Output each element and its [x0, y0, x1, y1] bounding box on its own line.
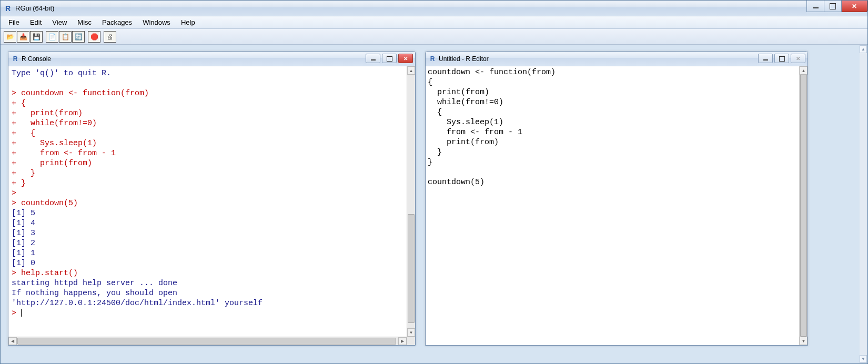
console-horizontal-scrollbar[interactable]: ◀ ▶: [8, 337, 407, 345]
console-vertical-scrollbar[interactable]: ▲ ▼: [407, 66, 415, 337]
console-output[interactable]: Type 'q()' to quit R. > countdown <- fun…: [8, 66, 407, 337]
menu-edit[interactable]: Edit: [25, 17, 46, 28]
r-editor-icon: R: [429, 55, 436, 63]
editor-vscroll-thumb[interactable]: [800, 75, 807, 337]
editor-minimize-button[interactable]: [758, 54, 773, 63]
scroll-right-icon[interactable]: ▶: [398, 337, 407, 345]
console-minimize-button[interactable]: [366, 54, 380, 63]
editor-body: countdown <- function(from) { print(from…: [426, 66, 808, 345]
scroll-down-icon[interactable]: ▼: [860, 355, 867, 363]
console-hscroll-thumb[interactable]: [17, 338, 396, 345]
main-minimize-button[interactable]: [806, 1, 824, 12]
print-icon[interactable]: 🖨: [104, 31, 116, 43]
mdi-vertical-scrollbar[interactable]: ▲ ▼: [860, 45, 867, 363]
console-body: Type 'q()' to quit R. > countdown <- fun…: [8, 66, 415, 345]
console-titlebar[interactable]: R R Console: [8, 52, 415, 66]
menu-view[interactable]: View: [47, 17, 72, 28]
console-maximize-button[interactable]: [382, 54, 397, 63]
open-icon[interactable]: 📂: [4, 31, 16, 43]
copy-paste-icon[interactable]: 🔄: [72, 31, 85, 43]
editor-close-button[interactable]: [791, 54, 805, 63]
r-app-icon: R: [4, 4, 12, 13]
scroll-up-icon[interactable]: ▲: [407, 66, 415, 75]
editor-maximize-button[interactable]: [774, 54, 789, 63]
editor-window: R Untitled - R Editor countdown <- funct…: [425, 51, 808, 346]
scroll-up-icon[interactable]: ▲: [860, 45, 867, 53]
copy-icon[interactable]: 📄: [46, 31, 58, 43]
r-console-icon: R: [12, 55, 19, 63]
menu-file[interactable]: File: [4, 17, 24, 28]
editor-titlebar[interactable]: R Untitled - R Editor: [426, 52, 808, 66]
scroll-left-icon[interactable]: ◀: [8, 337, 17, 345]
main-maximize-button[interactable]: [824, 1, 842, 12]
console-title: R Console: [22, 55, 51, 63]
main-titlebar: R RGui (64-bit): [1, 1, 867, 16]
menu-help[interactable]: Help: [176, 17, 200, 28]
load-workspace-icon[interactable]: 📥: [17, 31, 29, 43]
editor-title: Untitled - R Editor: [439, 55, 489, 63]
app-title: RGui (64-bit): [15, 4, 54, 12]
scroll-down-icon[interactable]: ▼: [407, 328, 415, 337]
stop-icon[interactable]: 🛑: [88, 31, 100, 43]
console-vscroll-thumb[interactable]: [408, 214, 415, 323]
scroll-up-icon[interactable]: ▲: [800, 66, 808, 75]
save-icon[interactable]: 💾: [30, 31, 43, 43]
console-close-button[interactable]: [398, 54, 413, 63]
console-scroll-corner: [407, 337, 415, 345]
main-close-button[interactable]: [841, 1, 867, 12]
editor-textarea[interactable]: countdown <- function(from) { print(from…: [426, 66, 799, 345]
editor-vertical-scrollbar[interactable]: ▲ ▼: [799, 66, 808, 345]
paste-icon[interactable]: 📋: [59, 31, 72, 43]
menubar: File Edit View Misc Packages Windows Hel…: [1, 16, 867, 29]
menu-packages[interactable]: Packages: [97, 17, 137, 28]
menu-windows[interactable]: Windows: [138, 17, 175, 28]
console-window: R R Console Type 'q()' to quit R. > coun…: [8, 51, 416, 346]
toolbar: 📂📥💾📄📋🔄🛑🖨: [1, 29, 867, 45]
scroll-down-icon[interactable]: ▼: [800, 337, 808, 345]
menu-misc[interactable]: Misc: [73, 17, 96, 28]
mdi-area: R R Console Type 'q()' to quit R. > coun…: [1, 45, 867, 363]
